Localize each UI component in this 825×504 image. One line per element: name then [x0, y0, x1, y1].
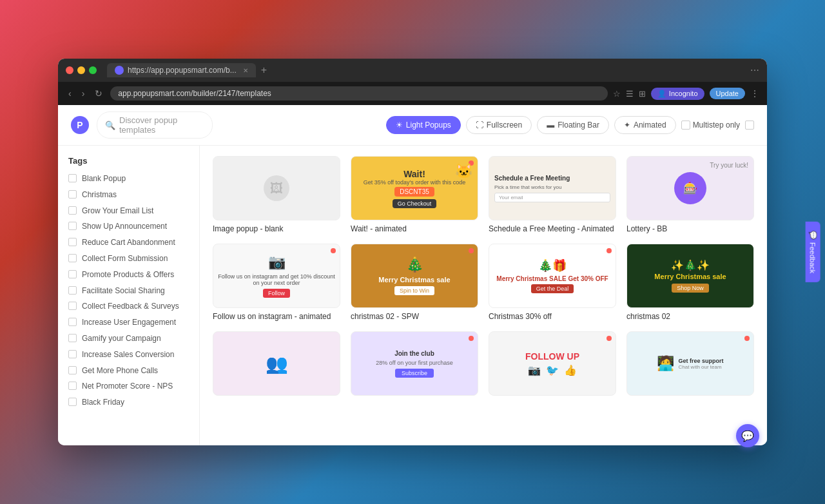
filter-animated[interactable]: ✦ Animated: [614, 116, 676, 134]
checkbox-increase-engagement[interactable]: [68, 318, 77, 326]
image-icon: 🖼: [270, 181, 283, 196]
sidebar-item-christmas[interactable]: Christmas: [68, 189, 189, 200]
sidebar-item-nps[interactable]: Net Promoter Score - NPS: [68, 381, 189, 392]
template-card-christmas-30[interactable]: 🎄🎁 Merry Christmas SALE Get 30% OFF Get …: [489, 244, 616, 321]
forward-button[interactable]: ›: [79, 87, 88, 100]
active-tab[interactable]: https://app.popupsmart.com/b... ✕: [107, 63, 256, 77]
template-grid: 🖼 Image popup - blank Wait! Get 35% off …: [213, 156, 754, 396]
template-card-lottery[interactable]: 🎰 Try your luck! Lottery - BB: [626, 156, 754, 233]
instagram-button: Follow: [263, 289, 290, 298]
checkbox-grow-email[interactable]: [68, 206, 77, 215]
traffic-lights: [66, 66, 97, 74]
checkbox-promote-products[interactable]: [68, 270, 77, 278]
sidebar-item-gamify[interactable]: Gamify your Campaign: [68, 333, 189, 344]
support-icon: 🧑‍💻: [657, 355, 674, 372]
animated-label: Animated: [634, 121, 666, 130]
template-card-bottom1[interactable]: 👥: [213, 331, 340, 396]
label-show-up: Show Up Announcement: [82, 221, 167, 232]
bottom2-btn: Subscribe: [395, 369, 434, 378]
multistep-checkbox[interactable]: [681, 121, 690, 130]
checkbox-reduce-cart[interactable]: [68, 238, 77, 246]
checkbox-nps[interactable]: [68, 382, 77, 390]
back-button[interactable]: ‹: [66, 87, 74, 100]
multistep-extra-checkbox[interactable]: [745, 121, 754, 130]
instagram-text: Follow us on instagram and get 10% disco…: [217, 273, 336, 286]
filter-floating-bar[interactable]: ▬ Floating Bar: [537, 116, 609, 134]
template-card-instagram[interactable]: 📷 Follow us on instagram and get 10% dis…: [213, 244, 340, 321]
chat-button[interactable]: 💬: [736, 424, 759, 447]
template-card-wait[interactable]: Wait! Get 35% off today's order with thi…: [351, 156, 478, 233]
label-collect-form: Collect Form Submission: [82, 253, 168, 264]
sidebar-item-black-friday[interactable]: Black Friday: [68, 397, 189, 408]
sidebar-item-increase-sales[interactable]: Increase Sales Conversion: [68, 349, 189, 360]
template-card-christmas-02[interactable]: ✨🎄✨ Merry Christmas sale Shop Now christ…: [626, 244, 754, 321]
template-card-bottom3[interactable]: FOLLOW UP 📷 🐦 👍: [489, 331, 616, 396]
sidebar-item-increase-engagement[interactable]: Increase User Engagement: [68, 317, 189, 328]
search-box[interactable]: 🔍 Discover popup templates: [97, 111, 213, 139]
bottom3-text: FOLLOW UP: [525, 351, 579, 362]
sidebar-item-show-up[interactable]: Show Up Announcement: [68, 221, 189, 232]
template-card-christmas-spw[interactable]: 🎄 Merry Christmas sale Spin to Win chris…: [351, 244, 478, 321]
template-thumb-bottom3: FOLLOW UP 📷 🐦 👍: [489, 331, 616, 396]
checkbox-black-friday[interactable]: [68, 398, 77, 406]
feedback-label: Feedback: [809, 242, 817, 273]
animated-icon: ✦: [624, 121, 630, 130]
address-input[interactable]: [110, 86, 608, 101]
template-card-bottom4[interactable]: 🧑‍💻 Get free support Chat with our team: [626, 331, 754, 396]
template-card-bottom2[interactable]: Join the club 28% off on your first purc…: [351, 331, 478, 396]
template-card-blank[interactable]: 🖼 Image popup - blank: [213, 156, 340, 233]
close-button[interactable]: [66, 66, 73, 74]
lottery-badge: Try your luck!: [710, 162, 748, 169]
sidebar-item-facilitate-sharing[interactable]: Facilitate Social Sharing: [68, 286, 189, 296]
checkbox-gamify[interactable]: [68, 334, 77, 342]
checkbox-phone-calls[interactable]: [68, 366, 77, 374]
checkbox-collect-feedback[interactable]: [68, 302, 77, 310]
incognito-button[interactable]: 👤 Incognito: [651, 88, 704, 100]
multistep-checkbox-container[interactable]: Multistep only: [681, 121, 740, 130]
feedback-tab[interactable]: 💬 Feedback: [805, 222, 820, 282]
sidebar-item-reduce-cart[interactable]: Reduce Cart Abandonment: [68, 237, 189, 248]
bottom2-text: Join the club: [394, 350, 434, 357]
sidebar-item-grow-email[interactable]: Grow Your Email List: [68, 206, 189, 217]
reading-list-icon[interactable]: ☰: [626, 89, 634, 99]
tab-close-icon[interactable]: ✕: [243, 67, 248, 74]
sidebar-item-collect-feedback[interactable]: Collect Feedback & Surveys: [68, 301, 189, 312]
menu-icon[interactable]: ⋮: [750, 88, 759, 99]
checkbox-collect-form[interactable]: [68, 254, 77, 262]
checkbox-blank-popup[interactable]: [68, 174, 77, 182]
tab-grid-icon[interactable]: ⊞: [639, 89, 646, 99]
bottom3-social-icons: 📷 🐦 👍: [528, 364, 577, 376]
checkbox-facilitate-sharing[interactable]: [68, 286, 77, 295]
minimize-button[interactable]: [77, 66, 85, 74]
template-thumb-bottom2: Join the club 28% off on your first purc…: [351, 331, 478, 396]
template-thumb-bottom4: 🧑‍💻 Get free support Chat with our team: [626, 331, 754, 396]
new-tab-button[interactable]: +: [261, 64, 267, 76]
chat-icon: 💬: [741, 430, 754, 442]
bookmark-icon[interactable]: ☆: [613, 89, 621, 99]
reload-button[interactable]: ↻: [92, 87, 105, 100]
checkbox-christmas[interactable]: [68, 190, 77, 199]
instagram-social-icon: 📷: [528, 364, 541, 376]
light-popups-icon: ☀: [396, 121, 403, 130]
checkbox-increase-sales[interactable]: [68, 350, 77, 358]
fullscreen-label: Fullscreen: [487, 121, 522, 130]
filter-light-popups[interactable]: ☀ Light Popups: [386, 116, 461, 134]
checkbox-show-up[interactable]: [68, 222, 77, 230]
template-card-meeting[interactable]: Schedule a Free Meeting Pick a time that…: [489, 156, 616, 233]
christmas-spw-text: Merry Christmas sale: [378, 276, 450, 284]
filter-fullscreen[interactable]: ⛶ Fullscreen: [466, 116, 532, 134]
filter-buttons: ☀ Light Popups ⛶ Fullscreen ▬ Floating B…: [386, 116, 754, 134]
sidebar-item-blank-popup[interactable]: Blank Popup: [68, 173, 189, 184]
label-collect-feedback: Collect Feedback & Surveys: [82, 301, 179, 312]
sidebar-item-promote-products[interactable]: Promote Products & Offers: [68, 269, 189, 280]
sidebar-item-collect-form[interactable]: Collect Form Submission: [68, 253, 189, 264]
label-nps: Net Promoter Score - NPS: [82, 381, 173, 392]
template-thumb-blank: 🖼: [213, 156, 340, 220]
app-content: P 🔍 Discover popup templates ☀ Light Pop…: [58, 105, 767, 445]
twitter-social-icon: 🐦: [546, 364, 559, 376]
template-thumb-bottom1: 👥: [213, 331, 340, 396]
label-facilitate-sharing: Facilitate Social Sharing: [82, 286, 165, 296]
update-button[interactable]: Update: [710, 88, 745, 99]
maximize-button[interactable]: [89, 66, 97, 74]
sidebar-item-phone-calls[interactable]: Get More Phone Calls: [68, 365, 189, 376]
